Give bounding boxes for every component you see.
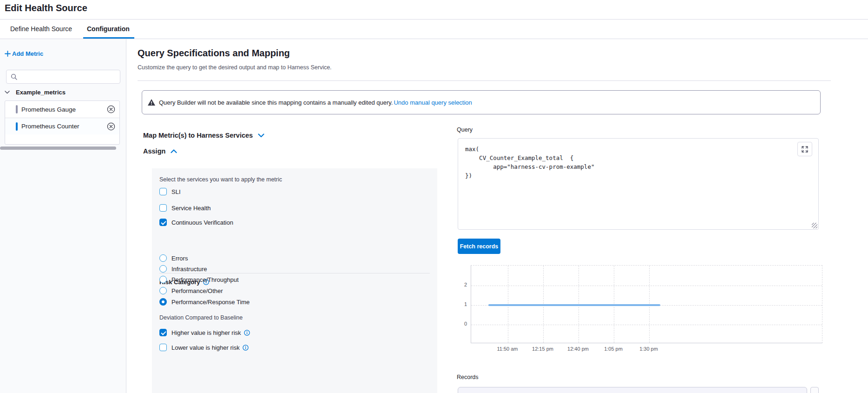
- radio-errors[interactable]: Errors: [159, 254, 188, 262]
- x-axis-tick: 1:05 pm: [599, 346, 627, 352]
- fullscreen-icon: [802, 146, 808, 153]
- page-title: Edit Health Source: [5, 3, 87, 13]
- gridline: [471, 286, 822, 286]
- y-axis-tick: 1: [458, 301, 467, 307]
- metric-item-label: Prometheus Counter: [21, 123, 79, 130]
- section-divider: [138, 80, 831, 81]
- info-icon[interactable]: [243, 345, 249, 351]
- search-icon: [11, 73, 17, 80]
- radio-performance-response-time[interactable]: Performance/Response Time: [159, 298, 250, 306]
- radio-performance-throughput[interactable]: Performance/Throughput: [159, 276, 239, 283]
- resize-grip[interactable]: [812, 223, 817, 228]
- checkbox-label: SLI: [171, 188, 181, 195]
- edit-health-source-screen: Edit Health Source Define Health Source …: [0, 0, 868, 393]
- remove-metric-icon[interactable]: [107, 105, 115, 113]
- records-box: [458, 387, 807, 393]
- tab-define-health-source[interactable]: Define Health Source: [10, 25, 72, 33]
- warning-triangle-icon: [148, 99, 155, 106]
- metrics-sidebar: Add Metric Example_metrics Prometheus Ga…: [0, 39, 126, 393]
- radio-label: Errors: [171, 255, 188, 262]
- tab-configuration[interactable]: Configuration: [87, 25, 130, 33]
- assign-label: Assign: [143, 147, 165, 155]
- chevron-down-icon: [258, 133, 264, 138]
- checkbox-label: Higher value is higher risk: [171, 329, 241, 336]
- info-icon[interactable]: [244, 330, 250, 336]
- undo-query-selection-link[interactable]: Undo manual query selection: [394, 99, 472, 106]
- checkbox-box[interactable]: [159, 219, 167, 226]
- page-header: Edit Health Source: [0, 0, 868, 20]
- plus-icon: [5, 51, 11, 57]
- gridline: [471, 325, 822, 325]
- records-label: Records: [457, 374, 479, 380]
- x-axis-tick: 1:30 pm: [635, 346, 663, 352]
- metric-item-prometheus-gauge[interactable]: Prometheus Gauge: [5, 101, 119, 118]
- metric-group-name: Example_metrics: [16, 89, 66, 96]
- checkbox-box[interactable]: [159, 329, 167, 336]
- query-code[interactable]: max( CV_Counter_Example_total { app="har…: [465, 145, 594, 180]
- warning-text: Query Builder will not be available sinc…: [159, 99, 393, 106]
- checkbox-continuous-verification[interactable]: Continuous Verification: [159, 219, 233, 226]
- x-axis-tick: 12:40 pm: [564, 346, 592, 352]
- active-tab-underline: [83, 37, 134, 39]
- radio-label: Performance/Other: [171, 287, 223, 294]
- main-content: Query Specifications and Mapping Customi…: [126, 39, 868, 393]
- assign-panel: Select the services you want to apply th…: [152, 168, 437, 393]
- radio-button[interactable]: [159, 254, 167, 262]
- radio-infrastructure[interactable]: Infrastructure: [159, 265, 207, 273]
- query-results-chart: [471, 265, 822, 343]
- radio-button[interactable]: [159, 287, 167, 294]
- metric-item-prometheus-counter[interactable]: Prometheus Counter: [5, 118, 119, 134]
- checkbox-lower-value-higher-risk[interactable]: Lower value is higher risk: [159, 344, 249, 351]
- checkbox-label: Lower value is higher risk: [171, 344, 240, 351]
- metric-accent-bar: [16, 122, 18, 131]
- query-label: Query: [457, 127, 473, 133]
- checkbox-box[interactable]: [159, 188, 167, 195]
- metric-item-label: Prometheus Gauge: [21, 106, 76, 113]
- sidebar-horizontal-scrollbar[interactable]: [0, 147, 116, 150]
- x-axis-tick: 11:50 am: [493, 346, 521, 352]
- checkbox-label: Continuous Verification: [171, 219, 233, 226]
- remove-metric-icon[interactable]: [107, 122, 115, 131]
- add-metric-label: Add Metric: [12, 50, 43, 57]
- checkbox-box[interactable]: [159, 204, 167, 212]
- map-metrics-label: Map Metric(s) to Harness Services: [143, 132, 253, 139]
- services-label: Select the services you want to apply th…: [159, 176, 282, 183]
- chevron-down-icon: [5, 91, 10, 94]
- fetch-records-button[interactable]: Fetch records: [458, 239, 500, 254]
- checkbox-sli[interactable]: SLI: [159, 188, 181, 195]
- query-builder-warning: Query Builder will not be available sinc…: [142, 90, 821, 114]
- section-subheading: Customize the query to get the desired o…: [138, 64, 332, 71]
- checkbox-service-health[interactable]: Service Health: [159, 204, 211, 212]
- radio-label: Infrastructure: [171, 266, 207, 273]
- radio-button[interactable]: [159, 276, 167, 283]
- y-axis-tick: 2: [458, 282, 467, 287]
- radio-performance-other[interactable]: Performance/Other: [159, 287, 223, 294]
- radio-label: Performance/Throughput: [171, 276, 239, 283]
- checkbox-box[interactable]: [159, 344, 167, 351]
- map-metrics-toggle[interactable]: Map Metric(s) to Harness Services: [143, 132, 264, 139]
- section-heading: Query Specifications and Mapping: [138, 48, 290, 59]
- checkbox-higher-value-higher-risk[interactable]: Higher value is higher risk: [159, 329, 250, 336]
- search-input[interactable]: [20, 73, 113, 80]
- metric-group-toggle[interactable]: Example_metrics: [5, 89, 66, 96]
- tab-bar: Define Health Source Configuration: [0, 20, 868, 39]
- chart-series-line: [488, 304, 660, 306]
- metric-list: Prometheus Gauge Prometheus Counter: [5, 100, 120, 145]
- chevron-up-icon: [171, 149, 177, 153]
- panel-divider: [159, 273, 430, 273]
- checkbox-label: Service Health: [171, 205, 211, 212]
- x-axis-tick: 12:15 pm: [529, 346, 557, 352]
- query-editor[interactable]: max( CV_Counter_Example_total { app="har…: [458, 138, 819, 230]
- metric-search[interactable]: [6, 70, 120, 84]
- radio-button[interactable]: [159, 298, 167, 306]
- assign-toggle[interactable]: Assign: [143, 147, 177, 155]
- expand-query-button[interactable]: [797, 142, 812, 156]
- records-scrollbar[interactable]: [810, 387, 819, 393]
- add-metric-button[interactable]: Add Metric: [5, 50, 43, 57]
- metric-accent-bar: [16, 105, 18, 113]
- radio-button[interactable]: [159, 265, 167, 273]
- deviation-label: Deviation Compared to Baseline: [159, 314, 243, 321]
- radio-label: Performance/Response Time: [171, 299, 250, 306]
- y-axis-tick: 0: [458, 321, 467, 326]
